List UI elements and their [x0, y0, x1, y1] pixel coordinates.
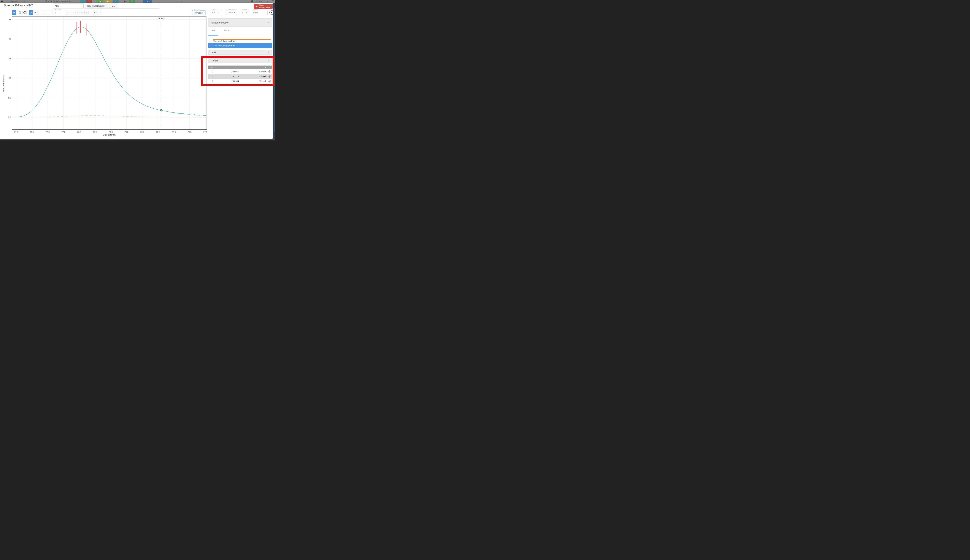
decimal-select-label: Decimal	[241, 9, 248, 11]
currency-button: $	[113, 0, 119, 3]
x-tick-label: 21.5	[30, 131, 34, 133]
peak-row[interactable]: 323.03942.31e+1✕	[208, 79, 272, 83]
spectra-toolbar: P+P-+-Ref Area1XJ+J-JP+JP-↶↷	[12, 10, 102, 15]
submission-controls: DetectorRefracti...▼LayoutSEC▼Write Peak…	[192, 10, 274, 16]
scrollbar[interactable]	[274, 8, 274, 132]
cursor-label: 25.604	[158, 17, 165, 20]
forward-button: →▾	[97, 0, 103, 3]
x-tick-label: 26.0	[172, 131, 176, 133]
layout-select[interactable]: LayoutSEC▼	[210, 10, 221, 15]
tab-elu[interactable]: ELU	[211, 29, 215, 31]
layout-select-value: SEC	[212, 12, 216, 14]
scope-caret-icon: ▼	[48, 1, 49, 2]
zoom-reset-button[interactable]	[22, 10, 27, 15]
prediction-select[interactable]: new ▼	[53, 3, 83, 9]
write-peaks-select[interactable]: Write PeaksDesc...▼	[226, 10, 237, 15]
decimal-select[interactable]: Decimal0▼	[240, 10, 249, 15]
chevron-up-icon[interactable]: ˄	[268, 22, 269, 24]
delete-cell: ✕	[267, 80, 272, 82]
submit-select[interactable]: Submitsave▼	[252, 10, 267, 15]
account-caret-icon: ▼	[267, 1, 268, 2]
file-index: 2.	[209, 45, 211, 47]
peaks-col-header: Y	[253, 67, 267, 68]
peak-index: 2	[208, 75, 217, 78]
export-button: ▣▾	[105, 0, 112, 3]
y-axis-label: ARBITRARY UNITS	[3, 75, 5, 92]
file-list-item[interactable]: 2.File: sec.3_bagit.peak.jdx	[208, 43, 272, 48]
y-tick-label: 0.0	[8, 116, 11, 118]
chevron-down-icon: ▼	[80, 5, 82, 7]
peaks-header[interactable]: Peaks ˄	[208, 58, 272, 63]
spectra-plot[interactable]: 25.60421.021.522.022.523.023.524.024.525…	[0, 16, 209, 139]
graph-selection-title: Graph selection	[212, 21, 229, 24]
file-list-item[interactable]: 1.File: sec.1_bagit.peak.jdx	[208, 38, 272, 43]
blank-button	[50, 10, 53, 15]
j-plus-button: J+	[71, 10, 75, 15]
peak-row[interactable]: 122.90712.29e+1✕	[208, 69, 272, 74]
x-tick-label: 21.0	[14, 131, 18, 133]
peak-add-button[interactable]: P+	[29, 10, 33, 15]
spectra-line-button[interactable]	[12, 10, 16, 15]
chevron-down-icon: ▼	[218, 12, 220, 13]
peaks-col-header: -	[267, 67, 272, 68]
write-peaks-select-label: Write Peaks	[227, 9, 237, 11]
submit-select-label: Submit	[253, 9, 259, 11]
file-chip-label: + 3 ...	[110, 5, 115, 7]
file-chips-field[interactable]: sec.1_bagit.peak.jdx×+ 3 ...	[84, 3, 160, 8]
scope-label: All	[45, 0, 47, 2]
y-tick-label: 5.0	[8, 97, 11, 99]
delete-peak-icon[interactable]: ✕	[269, 75, 271, 78]
zoom-select-button[interactable]	[18, 10, 22, 15]
peaks-col-header: X	[217, 67, 253, 68]
search-text: IUPAC, InChI, SMILES, RIn	[50, 0, 72, 2]
x-tick-label: 22.5	[62, 131, 65, 133]
ref-area-input[interactable]: Ref Area1	[53, 10, 66, 15]
series-color-line	[214, 39, 270, 40]
plot-background	[0, 16, 209, 139]
delete-peak-icon[interactable]: ✕	[269, 70, 271, 73]
search-button	[80, 0, 86, 3]
y-tick-label: 15	[9, 58, 11, 60]
decimal-select-value: 0	[242, 12, 243, 14]
gold-letter-a: A	[184, 0, 192, 3]
page-background-bottom	[0, 139, 275, 140]
x-axis-label: MILLILITERS	[103, 134, 116, 136]
peak-row[interactable]: 223.22142.24e+1✕	[208, 74, 272, 79]
chevron-down-icon[interactable]: ˅	[268, 51, 269, 53]
peak-remove-button[interactable]: P-	[33, 10, 37, 15]
x-tick-label: 25.0	[140, 131, 144, 133]
chevron-up-icon[interactable]: ˄	[268, 59, 269, 62]
peak-x-value: 23.2214	[217, 75, 253, 78]
page-background-edge	[273, 3, 275, 140]
increase-button: +	[41, 10, 45, 15]
close-icon: ✖	[256, 5, 258, 7]
tab-mwd[interactable]: MWD	[224, 29, 229, 31]
list-edit-button: ≡	[129, 0, 135, 3]
x-tick-label: 27.0	[204, 131, 207, 133]
ink-blob-icon: ▲	[179, 0, 183, 3]
delete-cell: ✕	[267, 70, 272, 73]
grid-icon: ▦	[251, 0, 253, 2]
file-chip[interactable]: sec.1_bagit.peak.jdx×	[85, 4, 108, 8]
ref-area-value: 1	[55, 12, 56, 14]
layout-select-label: Layout	[211, 9, 217, 11]
file-chip-label: sec.1_bagit.peak.jdx	[87, 5, 104, 7]
delete-peak-icon[interactable]: ✕	[269, 80, 271, 82]
peaks-title: Peaks	[212, 59, 219, 62]
close-without-save-button[interactable]: ✖ Close without Save	[254, 4, 273, 9]
account-label: INT-Test	[256, 0, 262, 2]
detector-select-label: Detector	[193, 9, 200, 11]
info-header[interactable]: Info ˅	[208, 50, 272, 55]
chevron-down-icon: ▼	[246, 12, 247, 13]
peaks-table: P+XY-122.90712.29e+1✕223.22142.24e+1✕323…	[208, 65, 272, 83]
x-tick-label: 26.5	[188, 131, 192, 133]
x-tick-label: 25.5	[156, 131, 160, 133]
undo-button[interactable]: ↶	[93, 10, 97, 15]
file-chip[interactable]: + 3 ...	[109, 4, 117, 8]
remove-chip-icon[interactable]: ×	[105, 5, 106, 7]
chevron-down-icon: ▼	[202, 12, 204, 13]
peak-index: 1	[208, 70, 217, 73]
y-tick-label: 25	[9, 18, 11, 21]
detector-select[interactable]: DetectorRefracti...▼	[192, 10, 205, 15]
graph-selection-header[interactable]: Graph selection ˄	[208, 18, 272, 27]
